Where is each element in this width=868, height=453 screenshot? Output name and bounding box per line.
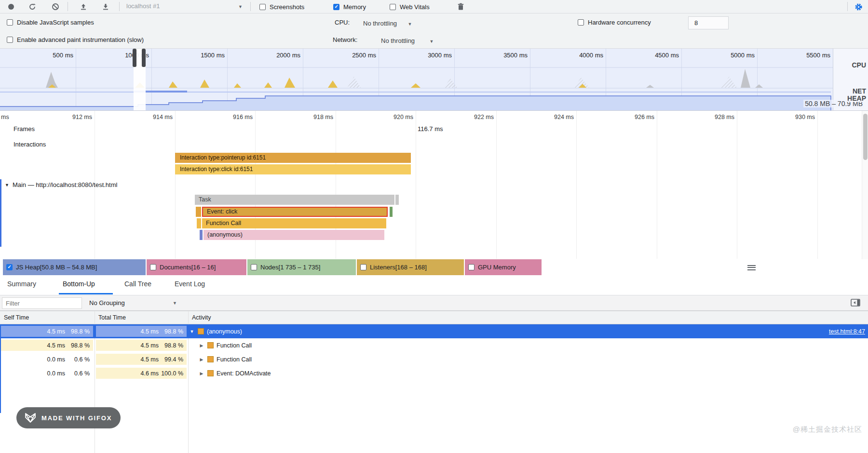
flame-function-call-bar[interactable]: Function Call (202, 218, 386, 228)
checkbox-checked-icon[interactable] (333, 4, 339, 10)
network-throttle-select[interactable]: No throttling ▼ (381, 36, 434, 45)
table-row[interactable]: 4.5 ms 98.8 % 4.5 ms 98.8 % ▶ Function C… (0, 338, 868, 352)
detail-tick-label: 914 ms (153, 114, 173, 120)
screenshots-checkbox[interactable]: Screenshots (259, 3, 304, 11)
selection-left-handle[interactable] (133, 49, 136, 67)
counter-documents[interactable]: Documents[16 – 16] (147, 259, 246, 275)
counter-listeners[interactable]: Listeners[168 – 168] (357, 259, 464, 275)
disable-js-samples-checkbox[interactable]: Disable JavaScript samples (7, 19, 94, 26)
cpu-throttle-select[interactable]: No throttling ▼ (363, 19, 412, 27)
table-row[interactable]: 0.0 ms 0.6 % 4.6 ms 100.0 % ▶ Event: DOM… (0, 366, 868, 380)
detail-tick-label: 922 ms (474, 114, 494, 120)
checkbox-icon[interactable] (259, 4, 266, 10)
self-pct-value: 0.6 % (65, 370, 93, 377)
chevron-down-icon: ▼ (173, 301, 177, 306)
counter-js-heap[interactable]: JS Heap[50.8 MB – 54.8 MB] (3, 259, 146, 275)
selection-right-handle[interactable] (142, 49, 146, 67)
gifox-badge-text: MADE WITH GIFOX (41, 414, 112, 422)
table-row[interactable]: 0.0 ms 0.6 % 4.5 ms 99.4 % ▶ Function Ca… (0, 352, 868, 366)
memory-checkbox[interactable]: Memory (333, 3, 366, 11)
checkbox-icon[interactable] (150, 264, 156, 270)
tab-summary[interactable]: Summary (7, 280, 36, 288)
chevron-down-icon[interactable]: ▼ (238, 4, 243, 9)
source-location-link[interactable]: test.html:8:47 (829, 328, 865, 335)
detail-gridline (175, 111, 176, 259)
counter-gpu-memory[interactable]: GPU Memory (465, 259, 542, 275)
detail-tick-label: 912 ms (72, 114, 92, 120)
checkbox-icon[interactable] (390, 4, 396, 10)
cpu-throttle-label: CPU: (335, 19, 350, 26)
flame-event-fragment[interactable] (196, 207, 201, 217)
checkbox-icon[interactable] (7, 19, 13, 26)
flame-event-click-bar[interactable]: Event: click (202, 207, 388, 217)
interaction-pointerup-bar[interactable]: Interaction type:pointerup id:6151 (175, 153, 411, 163)
active-tab-underline (59, 293, 113, 294)
overflow-menu-icon[interactable] (747, 264, 756, 270)
grouping-value: No Grouping (89, 299, 125, 306)
activity-label: Function Call (217, 356, 252, 363)
frames-track-label[interactable]: Frames (14, 125, 35, 133)
checkbox-checked-icon[interactable] (6, 264, 13, 270)
memory-label: Memory (343, 3, 366, 11)
expand-arrow-icon[interactable]: ▼ (5, 183, 9, 187)
header-self-time[interactable]: Self Time (4, 314, 29, 321)
timeline-detail-pane[interactable]: ms 912 ms 914 ms 916 ms 918 ms 920 ms 92… (0, 111, 868, 259)
flame-task-fragment[interactable] (395, 195, 399, 205)
paint-instrumentation-checkbox[interactable]: Enable advanced paint instrumentation (s… (7, 36, 144, 43)
web-vitals-checkbox[interactable]: Web Vitals (390, 3, 430, 11)
collapse-arrow-icon[interactable]: ▶ (199, 343, 204, 348)
gear-icon[interactable] (853, 2, 864, 12)
checkbox-icon[interactable] (360, 264, 366, 270)
activity-cell: ▶ Function Call (189, 352, 865, 366)
overview-tick-label: 2000 ms (276, 52, 300, 59)
counter-listeners-label: Listeners[168 – 168] (370, 264, 427, 271)
interaction-click-bar[interactable]: Interaction type:click id:6151 (175, 164, 411, 174)
detail-tick-label: 926 ms (635, 114, 654, 120)
collapse-arrow-icon[interactable]: ▶ (199, 371, 204, 376)
history-select[interactable]: localhost #1 (126, 2, 242, 10)
flame-anonymous-bar[interactable]: (anonymous) (203, 230, 384, 240)
header-total-time[interactable]: Total Time (98, 314, 126, 321)
flame-function-fragment[interactable] (197, 218, 201, 228)
header-activity[interactable]: Activity (192, 314, 211, 321)
checkbox-icon[interactable] (7, 37, 13, 43)
main-track-header[interactable]: ▼ Main — http://localhost:8080/test.html (5, 181, 117, 188)
filter-input[interactable] (2, 297, 82, 309)
checkbox-icon[interactable] (578, 19, 584, 26)
self-time-value: 4.5 ms (47, 342, 65, 349)
counter-gpu-memory-label: GPU Memory (478, 264, 516, 271)
activity-label: Event: DOMActivate (217, 370, 271, 377)
total-time-value: 4.5 ms (140, 328, 159, 335)
clear-icon[interactable] (50, 2, 61, 12)
show-sidebar-icon[interactable] (850, 298, 861, 307)
chevron-down-icon: ▼ (408, 22, 412, 27)
cpu-throttle-value: No throttling (363, 20, 397, 27)
checkbox-icon[interactable] (251, 264, 257, 270)
expand-arrow-icon[interactable]: ▼ (189, 329, 195, 334)
reload-icon[interactable] (27, 2, 38, 12)
interactions-track-label[interactable]: Interactions (14, 141, 46, 148)
record-icon[interactable] (6, 2, 16, 12)
flame-parse-fragment[interactable] (200, 230, 203, 240)
tab-event-log[interactable]: Event Log (175, 280, 205, 288)
checkbox-icon[interactable] (468, 264, 475, 270)
flame-scrollbar[interactable] (862, 111, 868, 259)
grouping-select[interactable]: No Grouping ▼ (89, 299, 181, 306)
self-time-value: 4.5 ms (47, 328, 65, 335)
flame-scrollbar-thumb[interactable] (863, 114, 868, 160)
collapse-arrow-icon[interactable]: ▶ (199, 357, 204, 362)
total-pct-value: 98.8 % (159, 328, 187, 335)
heap-axis-label: HEAP (847, 94, 866, 102)
tab-call-tree[interactable]: Call Tree (124, 280, 151, 288)
flame-gc-fragment[interactable] (390, 207, 393, 217)
flame-task-bar[interactable]: Task (195, 195, 394, 205)
hardware-concurrency-input[interactable] (688, 16, 729, 29)
table-row[interactable]: 4.5 ms 98.8 % 4.5 ms 98.8 % ▼ (anonymous… (0, 324, 868, 338)
trash-icon[interactable] (455, 2, 466, 12)
counter-nodes[interactable]: Nodes[1 735 – 1 735] (247, 259, 356, 275)
hardware-concurrency-checkbox[interactable]: Hardware concurrency (578, 19, 651, 26)
tab-bottom-up[interactable]: Bottom-Up (63, 280, 95, 288)
load-profile-icon[interactable] (78, 2, 89, 12)
save-profile-icon[interactable] (100, 2, 111, 12)
timeline-overview[interactable]: 500 ms 1000 ms 1500 ms 2000 ms 2500 ms 3… (0, 49, 868, 111)
